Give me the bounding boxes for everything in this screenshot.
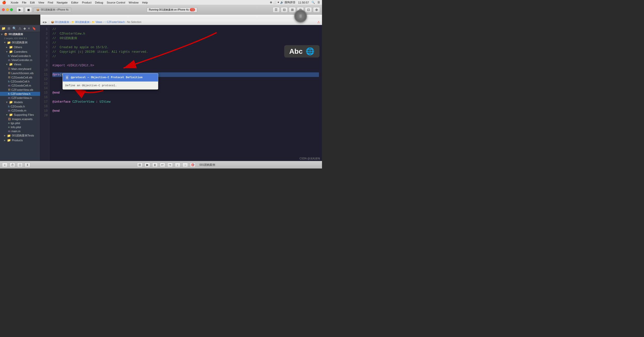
menu-window[interactable]: Window (129, 1, 139, 4)
breadcrumb-item-3-text[interactable]: Views (95, 21, 102, 23)
sidebar-item-tests[interactable]: ▶ 📁 001团购案例Tests (0, 133, 40, 138)
minimize-button[interactable] (6, 8, 9, 11)
sidebar-item-czfooterview-h[interactable]: h CZFooterView.h (0, 92, 40, 96)
menu-product[interactable]: Product (82, 1, 91, 4)
stop-button[interactable]: ◼ (25, 7, 32, 13)
sidebar-item-main-m[interactable]: m main.m (0, 129, 40, 133)
sidebar-item-main-storyboard[interactable]: ⊡ Main.storyboard (0, 67, 40, 71)
editor-btn-5[interactable]: ↪ (167, 163, 173, 167)
menu-find[interactable]: Find (48, 1, 53, 4)
sidebar-item-viewcontroller-m[interactable]: m ViewController.m (0, 58, 40, 62)
views-label: Views (14, 63, 21, 66)
autocomplete-popup[interactable]: @ @protocol – Objective-C Protocol Defin… (62, 73, 158, 90)
project-root[interactable]: ▶ 📦 001团购案例 (0, 32, 40, 37)
breadcrumb-item-4-text[interactable]: CZFooterView.h (107, 21, 125, 23)
sidebar-item-controllers[interactable]: ▶ 📁 Controllers (0, 49, 40, 54)
add-item-button[interactable]: + (2, 163, 8, 167)
menu-file[interactable]: File (22, 1, 26, 4)
sidebar-item-info-plist[interactable]: ≡ Info.plist (0, 125, 40, 129)
h-icon-4: h (8, 105, 10, 108)
editor-area: 12345 678910 1112131415 1617181920 // //… (40, 25, 322, 161)
menu-view[interactable]: View (38, 1, 44, 4)
launchscreen-label: LaunchScreen.xib (11, 72, 34, 75)
plist-icon-2: ≡ (8, 126, 10, 129)
menu-xcode[interactable]: Xcode (11, 1, 18, 4)
breadcrumb-item-1-text[interactable]: 001团购案例 (55, 20, 69, 24)
code-line-4: // (52, 41, 319, 45)
editor-btn-8[interactable]: 🎯 (190, 163, 196, 167)
sidebar-list-icon[interactable]: ≡ (28, 26, 30, 30)
czfooterview-xib-label: CZFooterView.xib (11, 88, 33, 91)
navigator-toggle[interactable]: ☰ (273, 7, 280, 13)
sidebar-item-viewcontroller-h[interactable]: h ViewController.h (0, 54, 40, 58)
view-toggle-button[interactable]: ◻ (17, 163, 23, 167)
sidebar-warning-icon[interactable]: ⚠ (18, 26, 21, 30)
bottom-center: ⊟ ▶ ⏸ ↩ ↪ ↕ → 🎯 001团购案例 (32, 163, 320, 167)
breadcrumb-item-2-text[interactable]: 001团购案例 (75, 20, 89, 24)
close-button[interactable] (2, 8, 5, 11)
menu-help[interactable]: Help (142, 1, 148, 4)
sidebar-folder-icon[interactable]: 📁 (2, 26, 6, 30)
breadcrumb-nav-toggle2[interactable]: ▶ (45, 21, 47, 23)
sidebar-item-supporting-files[interactable]: ▶ 📁 Supporting Files (0, 113, 40, 117)
editor-btn-4[interactable]: ↩ (160, 163, 165, 167)
add-button[interactable]: ⊕ (313, 7, 320, 13)
sidebar-item-launchscreen[interactable]: ⊟ LaunchScreen.xib (0, 71, 40, 75)
sidebar-item-czfooterview-xib[interactable]: ⊟ CZFooterView.xib (0, 88, 40, 92)
editor-btn-pause[interactable]: ⏸ (152, 163, 158, 167)
menu-edit[interactable]: Edit (30, 1, 35, 4)
main-folder-icon: 📁 (7, 41, 11, 44)
sidebar-bookmark-icon[interactable]: 🔖 (32, 26, 36, 30)
debug-toggle[interactable]: ⊟ (281, 7, 288, 13)
menu-icon[interactable]: ☰ (317, 1, 320, 4)
code-line-17: @interface CZFooterView : UIView (52, 100, 319, 104)
warning-icon[interactable]: ⚠ (317, 20, 320, 24)
code-content[interactable]: // // CZFooterView.h // 001团购案例 // // Cr… (49, 25, 322, 161)
menu-editor[interactable]: Editor (71, 1, 78, 4)
sidebar-item-main-folder[interactable]: ▶ 📁 001团购案例 (0, 40, 40, 45)
history-button[interactable]: ⏱ (10, 163, 15, 167)
sidebar-item-czfooterview-m[interactable]: m CZFooterView.m (0, 96, 40, 100)
sidebar-item-models[interactable]: ▶ 📁 Models (0, 100, 40, 104)
sidebar-item-czgoods-h[interactable]: h CZGoods.h (0, 104, 40, 108)
menu-source-control[interactable]: Source Control (107, 1, 125, 4)
scheme-selector[interactable]: 📦 001团购案例 › iPhone 4s (34, 7, 71, 12)
sidebar-item-images-xcassets[interactable]: 🖼 Images.xcassets (0, 117, 40, 121)
sidebar-item-czgoods-m[interactable]: m CZGoods.m (0, 108, 40, 113)
editor-btn-1[interactable]: ⊟ (137, 163, 143, 167)
editor-btn-2[interactable]: ▶ (145, 163, 150, 167)
sidebar-diamond-icon[interactable]: ◆ (23, 26, 26, 30)
inspector-toggle[interactable]: ⊞ (289, 7, 296, 13)
sidebar-grid-icon[interactable]: ⊞ (8, 26, 10, 30)
sidebar-item-czgoodscell-h[interactable]: h CZGoodsCell.h (0, 79, 40, 83)
editor-btn-6[interactable]: ↕ (175, 163, 180, 167)
breadcrumb-nav-toggle[interactable]: ◀ (42, 21, 44, 23)
project-icon: 📦 (36, 8, 39, 11)
editor-btn-7[interactable]: → (182, 163, 188, 167)
autocomplete-selected-item[interactable]: @ @protocol – Objective-C Protocol Defin… (63, 73, 158, 81)
breadcrumb-item-2[interactable]: 📁 (71, 21, 74, 23)
breadcrumb-item-1[interactable]: 📦 (51, 21, 54, 23)
breadcrumb-item-3[interactable]: 📁 (92, 21, 95, 23)
collapse-button[interactable]: ⊻ (25, 163, 30, 167)
search-icon[interactable]: 🔍 (311, 1, 315, 4)
maximize-button[interactable] (10, 8, 13, 11)
sidebar-search-icon[interactable]: 🔍 (12, 26, 16, 30)
run-button[interactable]: ▶ (16, 7, 23, 13)
layout-toggle2[interactable]: ⊡ (305, 7, 312, 13)
menu-navigate[interactable]: Navigate (57, 1, 68, 4)
breadcrumb-item-4[interactable]: h (105, 21, 106, 23)
h-file-icon: h (8, 54, 10, 58)
menu-debug[interactable]: Debug (95, 1, 103, 4)
sidebar-item-others[interactable]: ▶ 📁 Others (0, 45, 40, 49)
sidebar-item-views[interactable]: ▶ 📁 Views (0, 62, 40, 67)
controllers-label: Controllers (14, 50, 27, 53)
code-area[interactable]: 12345 678910 1112131415 1617181920 // //… (40, 25, 322, 161)
breadcrumb-nav: ◀ ▶ 📦 001团购案例 › 📁 001团购案例 › 📁 Views › h … (40, 19, 322, 25)
sidebar-item-czgoodscell-m[interactable]: m CZGoodsCell.m (0, 83, 40, 88)
apple-menu[interactable]: 🍎 (2, 1, 6, 4)
sidebar-item-products[interactable]: ▶ 📁 Products (0, 138, 40, 143)
sidebar-item-czgoodscell-xib[interactable]: ⊟ CZGoodsCell.xib (0, 75, 40, 79)
pause-button[interactable]: ⏸ (294, 10, 307, 22)
sidebar-item-tgs-plist[interactable]: ≡ tgs.plist (0, 121, 40, 125)
